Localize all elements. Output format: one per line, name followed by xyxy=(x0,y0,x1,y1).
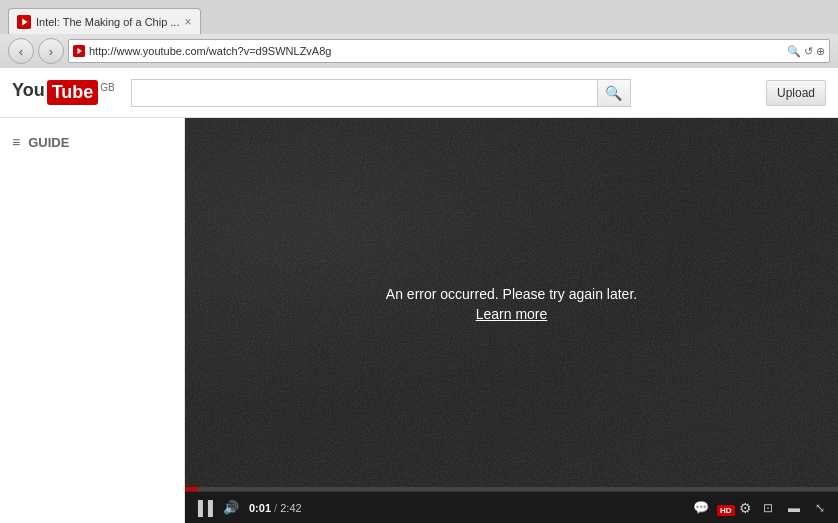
yt-body: ≡ GUIDE An error occurred. Please try ag… xyxy=(0,118,838,523)
bookmark-icon[interactable]: ⊕ xyxy=(816,45,825,58)
settings-icon: ⚙ xyxy=(739,500,752,516)
pause-icon: ▐▐ xyxy=(193,500,213,516)
fullscreen-icon: ⤡ xyxy=(815,501,825,515)
youtube-page: YouTubeGB 🔍 Upload ≡ GUIDE xyxy=(0,68,838,523)
guide-item[interactable]: ≡ GUIDE xyxy=(8,130,176,154)
time-total: 2:42 xyxy=(280,502,301,514)
time-current: 0:01 xyxy=(249,502,271,514)
refresh-icon[interactable]: ↺ xyxy=(804,45,813,58)
guide-label: GUIDE xyxy=(28,135,69,150)
video-player: An error occurred. Please try again late… xyxy=(185,118,838,523)
miniplayer-icon: ⊡ xyxy=(763,501,773,515)
yt-sidebar: ≡ GUIDE xyxy=(0,118,185,523)
theater-icon: ▬ xyxy=(788,501,800,515)
error-overlay: An error occurred. Please try again late… xyxy=(185,118,838,487)
logo-you: You xyxy=(12,80,45,101)
active-tab[interactable]: Intel: The Making of a Chip ... × xyxy=(8,8,201,34)
yt-search: 🔍 xyxy=(131,79,631,107)
miniplayer-button[interactable]: ⊡ xyxy=(758,498,778,518)
upload-button[interactable]: Upload xyxy=(766,80,826,106)
tab-label: Intel: The Making of a Chip ... xyxy=(36,16,179,28)
tab-bar: Intel: The Making of a Chip ... × xyxy=(0,0,838,34)
yt-main: An error occurred. Please try again late… xyxy=(185,118,838,523)
hd-badge: HD xyxy=(717,505,735,516)
settings-button-wrap[interactable]: HD ⚙ xyxy=(717,499,752,517)
logo-tube: Tube xyxy=(47,80,99,105)
captions-button[interactable]: 💬 xyxy=(691,498,711,518)
learn-more-link[interactable]: Learn more xyxy=(476,306,548,322)
progress-bar[interactable] xyxy=(185,487,838,491)
yt-header: YouTubeGB 🔍 Upload xyxy=(0,68,838,118)
address-url: http://www.youtube.com/watch?v=d9SWNLZvA… xyxy=(89,45,787,57)
logo-region: GB xyxy=(100,82,114,93)
guide-icon: ≡ xyxy=(12,134,20,150)
fullscreen-button[interactable]: ⤡ xyxy=(810,498,830,518)
theater-button[interactable]: ▬ xyxy=(784,498,804,518)
volume-icon: 🔊 xyxy=(223,500,239,515)
time-display: 0:01 / 2:42 xyxy=(249,502,302,514)
search-button[interactable]: 🔍 xyxy=(597,79,631,107)
address-icons: 🔍 ↺ ⊕ xyxy=(787,45,825,58)
tab-close-button[interactable]: × xyxy=(184,15,191,29)
error-message-line1: An error occurred. Please try again late… xyxy=(386,283,637,305)
forward-button[interactable]: › xyxy=(38,38,64,64)
tab-favicon xyxy=(17,15,31,29)
yt-logo[interactable]: YouTubeGB xyxy=(12,80,115,105)
header-right: Upload xyxy=(766,80,826,106)
video-controls: ▐▐ 🔊 0:01 / 2:42 💬 xyxy=(185,491,838,523)
search-input[interactable] xyxy=(131,79,597,107)
video-content: An error occurred. Please try again late… xyxy=(185,118,838,487)
controls-right: 💬 HD ⚙ ⊡ ▬ ⤡ xyxy=(691,498,830,518)
back-button[interactable]: ‹ xyxy=(8,38,34,64)
play-pause-button[interactable]: ▐▐ xyxy=(193,498,213,518)
search-icon: 🔍 xyxy=(605,85,622,101)
address-favicon xyxy=(73,45,85,57)
search-address-icon[interactable]: 🔍 xyxy=(787,45,801,58)
captions-icon: 💬 xyxy=(693,500,709,515)
address-bar-row: ‹ › http://www.youtube.com/watch?v=d9SWN… xyxy=(0,34,838,68)
address-box[interactable]: http://www.youtube.com/watch?v=d9SWNLZvA… xyxy=(68,39,830,63)
volume-button[interactable]: 🔊 xyxy=(221,498,241,518)
progress-fill xyxy=(185,487,198,491)
browser-chrome: Intel: The Making of a Chip ... × ‹ › ht… xyxy=(0,0,838,68)
